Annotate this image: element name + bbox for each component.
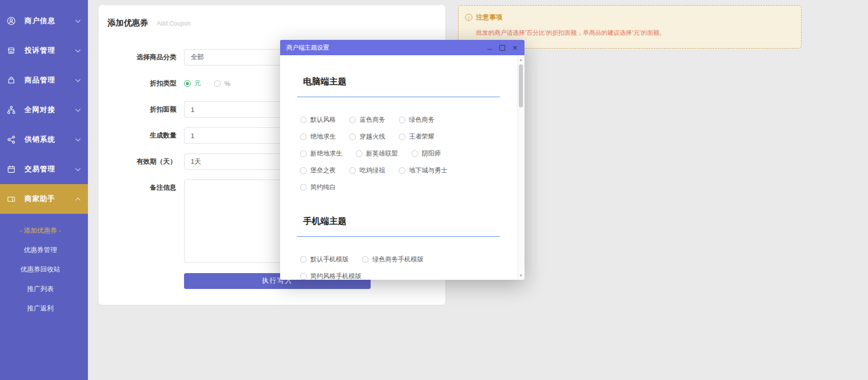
sidebar-menu-item[interactable]: 交易管理 [0, 154, 88, 184]
scroll-up-icon[interactable]: ▲ [519, 56, 523, 63]
theme-option[interactable]: 阴阳师 [412, 149, 441, 158]
theme-option[interactable]: 绝地求生 [300, 132, 336, 141]
scrollbar-thumb[interactable] [519, 64, 523, 107]
sidebar-menu-item[interactable]: 全网对接 [0, 95, 88, 125]
radio-icon [399, 117, 405, 123]
mobile-theme-section-title: 手机端主题 [303, 215, 509, 227]
theme-option-label: 默认风格 [310, 116, 336, 124]
theme-option[interactable]: 默认风格 [300, 116, 336, 124]
theme-row: 默认手机模版 绿色商务手机模版 [297, 255, 509, 265]
theme-option[interactable]: 地下城与勇士 [399, 166, 447, 175]
notice-header: 注意事项 [465, 13, 791, 22]
sidebar-menu-item[interactable]: 商品管理 [0, 65, 88, 95]
discount-type-radio[interactable]: 元 [184, 79, 201, 88]
sidebar-submenu-item[interactable]: 优惠券管理 [0, 240, 88, 260]
theme-row: 绝地求生 穿越火线 王者荣耀 [297, 132, 509, 142]
theme-option[interactable]: 吃鸡绿祖 [349, 166, 385, 175]
theme-option[interactable]: 新绝地求生 [300, 149, 342, 158]
radio-icon [300, 273, 307, 280]
radio-icon [300, 167, 307, 174]
sidebar-menu-label: 商家助手 [25, 194, 55, 204]
sidebar-menu-item[interactable]: 供销系统 [0, 125, 88, 154]
sidebar-menu-label: 商品管理 [25, 76, 55, 85]
sidebar-submenu-label: 优惠券回收站 [20, 265, 60, 274]
radio-icon [300, 133, 307, 140]
chevron-down-icon [76, 106, 81, 111]
store-icon [7, 46, 16, 55]
sidebar-menu-item[interactable]: 商户信息 [0, 6, 88, 36]
modal-scrollbar[interactable]: ▲ ▼ [517, 56, 524, 279]
theme-option[interactable]: 穿越火线 [349, 132, 385, 141]
scroll-down-icon[interactable]: ▼ [519, 272, 523, 279]
radio-icon [362, 256, 369, 263]
theme-option[interactable]: 绿色商务手机模版 [362, 255, 423, 264]
card-header: 添加优惠券 Add Coupon [99, 5, 445, 29]
theme-option-label: 绿色商务手机模版 [372, 255, 423, 264]
window-controls: × [486, 44, 518, 51]
maximize-icon[interactable] [499, 44, 506, 51]
theme-option-label: 简约风格手机模版 [310, 272, 361, 280]
radio-icon [412, 150, 418, 157]
sidebar-submenu-item[interactable]: 添加优惠券 [0, 221, 88, 240]
modal-body: 电脑端主题 默认风格 蓝色商务 绿色商务 [280, 55, 524, 280]
theme-option-label: 简约纯白 [310, 183, 336, 192]
sidebar-submenu-label: 优惠券管理 [24, 245, 57, 255]
discount-type-label: 折扣类型 [99, 75, 184, 92]
network-icon [7, 105, 16, 115]
sidebar-submenu-item[interactable]: 推广返利 [0, 299, 88, 318]
share-nodes-icon [7, 135, 16, 144]
page-title: 添加优惠券 [107, 18, 148, 27]
chevron-down-icon [76, 136, 81, 141]
category-label: 选择商品分类 [99, 49, 184, 65]
sidebar-submenu-item[interactable]: 优惠券回收站 [0, 260, 88, 279]
chevron-down-icon [76, 77, 81, 82]
quantity-label: 生成数量 [99, 127, 184, 144]
mobile-theme-options: 默认手机模版 绿色商务手机模版 简约风格手机模版 [297, 255, 509, 280]
radio-icon [300, 117, 307, 123]
theme-option-label: 阴阳师 [422, 149, 441, 158]
radio-icon [300, 184, 307, 191]
notice-text: 批发的商户请选择‘百分比’的折扣面额，单商品的建议选择‘元’的面额。 [465, 29, 791, 37]
sidebar-submenu-item[interactable]: 推广列表 [0, 279, 88, 299]
info-icon [465, 14, 472, 21]
theme-option-label: 堡垒之夜 [310, 166, 336, 175]
theme-option[interactable]: 堡垒之夜 [300, 166, 336, 175]
theme-row: 堡垒之夜 吃鸡绿祖 地下城与勇士 [297, 166, 509, 176]
modal-title: 商户端主题设置 [286, 43, 329, 52]
theme-option-label: 蓝色商务 [359, 116, 385, 124]
modal-header[interactable]: 商户端主题设置 × [280, 40, 524, 55]
discount-amount-label: 折扣面额 [99, 101, 184, 118]
sidebar-menu-item[interactable]: 投诉管理 [0, 36, 88, 65]
theme-option-label: 王者荣耀 [409, 132, 435, 141]
chevron-down-icon [76, 166, 81, 171]
discount-type-radio[interactable]: % [214, 80, 231, 87]
theme-option[interactable]: 新英雄联盟 [356, 149, 398, 158]
sidebar-submenu-label: 推广列表 [27, 284, 54, 294]
bag-icon [7, 76, 16, 85]
radio-icon [349, 117, 356, 123]
validity-label: 有效期（天） [99, 153, 184, 170]
theme-row: 简约风格手机模版 [297, 272, 509, 280]
sidebar-submenu-label: 添加优惠券 [20, 226, 61, 235]
theme-option-label: 新英雄联盟 [366, 149, 398, 158]
radio-icon [399, 133, 405, 140]
sidebar-menu-item[interactable]: 商家助手 [0, 184, 88, 214]
theme-option[interactable]: 绿色商务 [399, 116, 435, 124]
sidebar-menu-label: 商户信息 [25, 16, 55, 26]
theme-option[interactable]: 简约纯白 [300, 183, 336, 192]
theme-option[interactable]: 王者荣耀 [399, 132, 435, 141]
theme-option-label: 地下城与勇士 [409, 166, 447, 175]
radio-icon [214, 80, 221, 87]
minimize-icon[interactable] [486, 44, 493, 51]
theme-option[interactable]: 默认手机模版 [300, 255, 349, 264]
theme-option-label: 绿色商务 [409, 116, 435, 124]
theme-option[interactable]: 简约风格手机模版 [300, 272, 361, 280]
close-icon[interactable]: × [512, 44, 518, 51]
sidebar-submenu: 添加优惠券 优惠券管理 优惠券回收站 推广列表 推广返利 [0, 214, 88, 318]
remark-label: 备注信息 [99, 180, 184, 193]
discount-type-radio-group: 元 % [184, 79, 244, 88]
chevron-down-icon [76, 47, 81, 52]
theme-option[interactable]: 蓝色商务 [349, 116, 385, 124]
radio-icon [399, 167, 405, 174]
theme-option-label: 默认手机模版 [310, 255, 349, 264]
